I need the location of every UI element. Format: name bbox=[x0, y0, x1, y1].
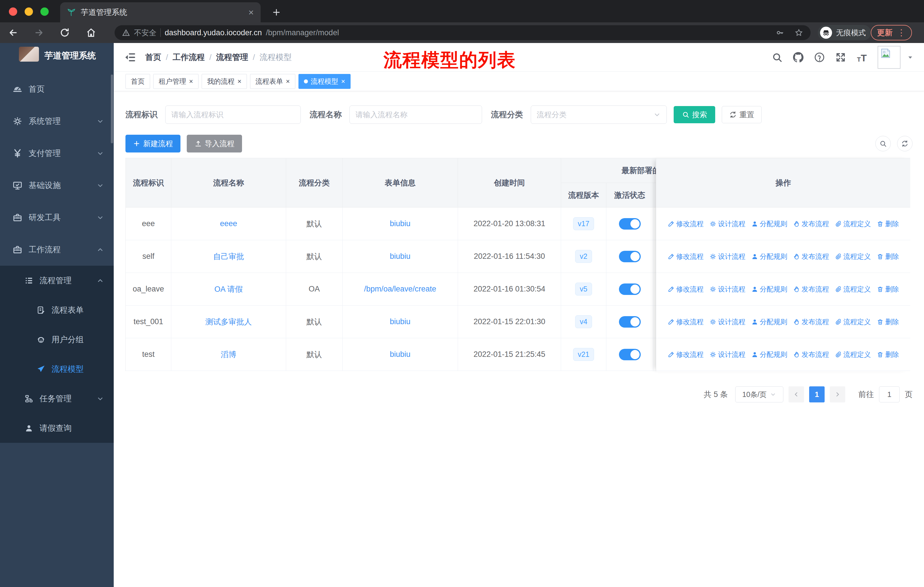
refresh-table-button[interactable] bbox=[897, 136, 912, 151]
create-model-button[interactable]: 新建流程 bbox=[125, 135, 180, 152]
update-button[interactable]: 更新 ⋮ bbox=[871, 25, 912, 40]
close-icon[interactable]: × bbox=[238, 78, 241, 85]
cell-name-link[interactable]: 自己审批 bbox=[171, 240, 286, 273]
version-tag[interactable]: v4 bbox=[575, 315, 592, 328]
sidebar-item-请假查询[interactable]: 请假查询 bbox=[0, 413, 114, 443]
avatar[interactable] bbox=[878, 46, 901, 69]
browser-menu-icon[interactable]: ⋮ bbox=[897, 29, 906, 36]
action-分配规则[interactable]: 分配规则 bbox=[751, 350, 787, 359]
active-toggle[interactable] bbox=[619, 218, 641, 230]
action-删除[interactable]: 删除 bbox=[877, 284, 899, 294]
tag-首页[interactable]: 首页 bbox=[125, 74, 150, 89]
close-icon[interactable]: × bbox=[341, 78, 345, 85]
action-修改流程[interactable]: 修改流程 bbox=[668, 219, 704, 228]
address-bar[interactable]: 不安全 dashboard.yudao.iocoder.cn/bpm/manag… bbox=[115, 25, 810, 40]
breadcrumb-item[interactable]: 流程管理 bbox=[216, 52, 248, 63]
cell-form-link[interactable]: biubiu bbox=[343, 306, 458, 338]
reload-icon[interactable] bbox=[59, 28, 70, 38]
breadcrumb-item[interactable]: 工作流程 bbox=[173, 52, 205, 63]
action-分配规则[interactable]: 分配规则 bbox=[751, 219, 787, 228]
import-model-button[interactable]: 导入流程 bbox=[187, 135, 242, 152]
action-设计流程[interactable]: 设计流程 bbox=[710, 317, 746, 326]
github-icon[interactable] bbox=[793, 52, 804, 63]
sidebar-item-研发工具[interactable]: 研发工具 bbox=[0, 202, 114, 233]
new-tab-button[interactable] bbox=[269, 5, 284, 20]
security-label[interactable]: 不安全 bbox=[134, 28, 157, 38]
action-设计流程[interactable]: 设计流程 bbox=[710, 252, 746, 261]
action-设计流程[interactable]: 设计流程 bbox=[710, 284, 746, 294]
version-tag[interactable]: v21 bbox=[573, 348, 594, 361]
active-toggle[interactable] bbox=[619, 251, 641, 262]
version-tag[interactable]: v2 bbox=[575, 250, 592, 263]
action-发布流程[interactable]: 发布流程 bbox=[793, 317, 829, 326]
action-分配规则[interactable]: 分配规则 bbox=[751, 317, 787, 326]
cell-name-link[interactable]: 测试多审批人 bbox=[171, 306, 286, 338]
forward-icon[interactable] bbox=[34, 28, 44, 38]
action-删除[interactable]: 删除 bbox=[877, 252, 899, 261]
bookmark-star-icon[interactable] bbox=[795, 28, 803, 37]
tag-租户管理[interactable]: 租户管理× bbox=[153, 74, 198, 89]
action-流程定义[interactable]: 流程定义 bbox=[835, 219, 871, 228]
sidebar-item-流程模型[interactable]: 流程模型 bbox=[0, 354, 114, 384]
action-修改流程[interactable]: 修改流程 bbox=[668, 350, 704, 359]
action-流程定义[interactable]: 流程定义 bbox=[835, 350, 871, 359]
sidebar-scrollbar[interactable] bbox=[111, 74, 113, 143]
close-window-button[interactable] bbox=[9, 7, 17, 16]
cell-form-link[interactable]: biubiu bbox=[343, 338, 458, 371]
show-search-button[interactable] bbox=[875, 136, 891, 151]
tag-我的流程[interactable]: 我的流程× bbox=[201, 74, 247, 89]
sidebar-item-支付管理[interactable]: 支付管理 bbox=[0, 137, 114, 169]
next-page-button[interactable] bbox=[830, 386, 845, 402]
action-设计流程[interactable]: 设计流程 bbox=[710, 350, 746, 359]
cell-name-link[interactable]: eeee bbox=[171, 208, 286, 240]
action-发布流程[interactable]: 发布流程 bbox=[793, 219, 829, 228]
close-tab-icon[interactable]: × bbox=[248, 8, 254, 17]
cell-name-link[interactable]: OA 请假 bbox=[171, 273, 286, 306]
key-input[interactable] bbox=[165, 106, 301, 124]
sidebar-item-基础设施[interactable]: 基础设施 bbox=[0, 169, 114, 202]
action-删除[interactable]: 删除 bbox=[877, 219, 899, 228]
sidebar-item-工作流程[interactable]: 工作流程 bbox=[0, 233, 114, 266]
goto-page-input[interactable] bbox=[879, 386, 900, 402]
action-修改流程[interactable]: 修改流程 bbox=[668, 284, 704, 294]
action-发布流程[interactable]: 发布流程 bbox=[793, 350, 829, 359]
name-input[interactable] bbox=[350, 106, 482, 124]
tag-流程表单[interactable]: 流程表单× bbox=[250, 74, 295, 89]
category-select[interactable]: 流程分类 bbox=[531, 106, 667, 124]
close-icon[interactable]: × bbox=[189, 78, 193, 85]
sidebar-item-首页[interactable]: 首页 bbox=[0, 73, 114, 105]
close-icon[interactable]: × bbox=[286, 78, 290, 85]
collapse-sidebar-icon[interactable] bbox=[125, 51, 136, 63]
page-number-button[interactable]: 1 bbox=[809, 386, 825, 402]
cell-name-link[interactable]: 滔博 bbox=[171, 338, 286, 371]
action-分配规则[interactable]: 分配规则 bbox=[751, 252, 787, 261]
action-流程定义[interactable]: 流程定义 bbox=[835, 317, 871, 326]
action-设计流程[interactable]: 设计流程 bbox=[710, 219, 746, 228]
minimize-window-button[interactable] bbox=[25, 7, 33, 16]
reset-button[interactable]: 重置 bbox=[722, 106, 762, 123]
cell-form-link[interactable]: /bpm/oa/leave/create bbox=[343, 273, 458, 306]
action-发布流程[interactable]: 发布流程 bbox=[793, 284, 829, 294]
cell-form-link[interactable]: biubiu bbox=[343, 208, 458, 240]
action-删除[interactable]: 删除 bbox=[877, 317, 899, 326]
active-toggle[interactable] bbox=[619, 316, 641, 327]
sidebar-item-任务管理[interactable]: 任务管理 bbox=[0, 384, 114, 413]
fullscreen-icon[interactable] bbox=[835, 52, 846, 63]
active-toggle[interactable] bbox=[619, 283, 641, 295]
action-发布流程[interactable]: 发布流程 bbox=[793, 252, 829, 261]
key-icon[interactable] bbox=[776, 28, 784, 37]
fontsize-icon[interactable]: TT bbox=[856, 52, 867, 63]
sidebar-item-流程管理[interactable]: 流程管理 bbox=[0, 266, 114, 295]
cell-form-link[interactable]: biubiu bbox=[343, 240, 458, 273]
caret-down-icon[interactable] bbox=[907, 54, 914, 61]
action-修改流程[interactable]: 修改流程 bbox=[668, 317, 704, 326]
active-toggle[interactable] bbox=[619, 349, 641, 360]
help-icon[interactable] bbox=[814, 52, 825, 63]
prev-page-button[interactable] bbox=[789, 386, 804, 402]
sidebar-item-系统管理[interactable]: 系统管理 bbox=[0, 105, 114, 137]
browser-tab[interactable]: 芋道管理系统 × bbox=[60, 2, 261, 22]
action-修改流程[interactable]: 修改流程 bbox=[668, 252, 704, 261]
tag-流程模型[interactable]: 流程模型× bbox=[299, 74, 351, 89]
sidebar-item-流程表单[interactable]: 流程表单 bbox=[0, 295, 114, 325]
back-icon[interactable] bbox=[8, 28, 18, 38]
